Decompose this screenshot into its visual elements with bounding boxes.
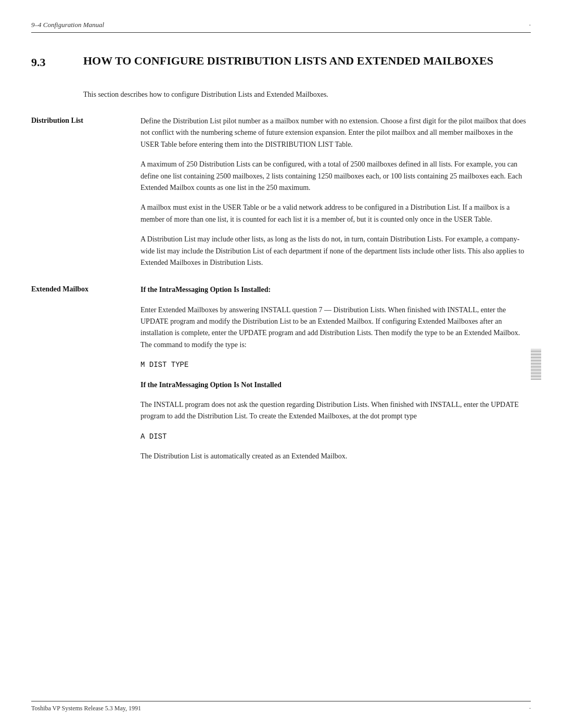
section-title: HOW TO CONFIGURE DISTRIBUTION LISTS AND …	[83, 54, 493, 69]
intro-text: This section describes how to configure …	[83, 89, 531, 100]
footer-right: ·	[529, 705, 531, 712]
page-header: 9–4 Configuration Manual ·	[31, 21, 531, 33]
section-number: 9.3	[31, 54, 83, 69]
footer-left: Toshiba VP Systems Release 5.3 May, 1991	[31, 705, 141, 712]
dist-para-2: A maximum of 250 Distribution Lists can …	[140, 159, 531, 194]
header-right: ·	[529, 21, 531, 29]
extended-mailbox-content: If the IntraMessaging Option Is Installe…	[140, 284, 531, 462]
header-left: 9–4 Configuration Manual	[31, 21, 104, 29]
distribution-list-label: Distribution List	[31, 116, 140, 269]
distribution-list-section: Distribution List Define the Distributio…	[31, 116, 531, 269]
dist-para-1: Define the Distribution List pilot numbe…	[140, 116, 531, 150]
dist-para-4: A Distribution List may include other li…	[140, 234, 531, 269]
section-title-container: 9.3 HOW TO CONFIGURE DISTRIBUTION LISTS …	[31, 54, 531, 69]
installed-code: M DIST TYPE	[140, 359, 531, 371]
not-installed-text: The INSTALL program does not ask the que…	[140, 399, 531, 423]
dist-para-3: A mailbox must exist in the USER Table o…	[140, 202, 531, 225]
installed-heading: If the IntraMessaging Option Is Installe…	[140, 284, 531, 296]
page-decoration	[531, 349, 541, 380]
page: 9–4 Configuration Manual · 9.3 HOW TO CO…	[0, 0, 562, 728]
not-installed-code: A DIST	[140, 431, 531, 442]
not-installed-closing: The Distribution List is automatically c…	[140, 451, 531, 462]
extended-mailbox-section: Extended Mailbox If the IntraMessaging O…	[31, 284, 531, 462]
page-footer: Toshiba VP Systems Release 5.3 May, 1991…	[31, 701, 531, 712]
not-installed-heading: If the IntraMessaging Option Is Not Inst…	[140, 379, 531, 391]
distribution-list-content: Define the Distribution List pilot numbe…	[140, 116, 531, 269]
installed-text: Enter Extended Mailboxes by answering IN…	[140, 304, 531, 351]
extended-mailbox-label: Extended Mailbox	[31, 284, 140, 462]
